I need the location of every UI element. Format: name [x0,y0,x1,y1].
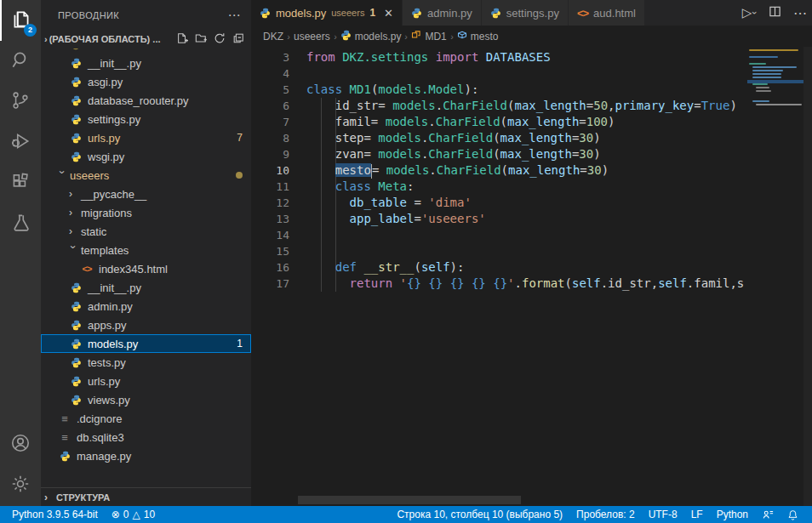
tree-item-label: __init__.py [88,281,141,294]
tree-item-asgi-py[interactable]: asgi.py [41,72,251,91]
source-control-activity-button[interactable] [0,82,41,122]
new-file-icon[interactable] [176,32,188,46]
modified-dot-badge [236,172,243,179]
horizontal-scrollbar[interactable] [298,496,521,504]
tab-settings-py[interactable]: settings.py [482,0,569,26]
tree-item--init-py[interactable]: __init__.py [41,54,251,72]
run-python-button[interactable]: ▷ › [742,5,757,20]
tree-item-manage-py[interactable]: manage.py [41,446,251,465]
tree-item-tests-py[interactable]: tests.py [41,353,251,372]
python-icon [69,48,83,50]
outline-section-header[interactable]: › СТРУКТУРА [41,487,251,506]
vscode-window: 2 [0,0,812,523]
code-text: class Meta: [306,179,414,195]
tree-item-wsgi-py[interactable]: wsgi.py [41,147,251,166]
sidebar-more-actions-icon[interactable]: ⋯ [228,8,241,23]
refresh-icon[interactable] [214,32,226,46]
tree-item-useeers[interactable]: ›useeers [41,166,251,185]
breadcrumb: DKZ›useeers›models.py›MD1›mesto [251,26,812,47]
python-icon [69,58,83,69]
split-editor-icon[interactable] [769,5,781,21]
tree-item-label: database_roouter.py [88,94,189,107]
explorer-badge: 2 [24,24,37,37]
tab-models-py[interactable]: models.pyuseeers1✕ [251,0,403,26]
line-number: 14 [251,227,289,243]
settings-gear-button[interactable] [0,465,41,506]
tree-item--init-py[interactable]: __init__.py [41,278,251,297]
tree-item-label: useeers [70,169,109,182]
explorer-activity-button[interactable]: 2 [0,0,41,41]
eol-status[interactable]: LF [686,506,708,523]
code-text: return '{} {} {} {} {}'.format(self.id_s… [306,276,744,292]
python-interpreter-status[interactable]: Python 3.9.5 64-bit [7,506,103,523]
tree-item-label: index345.html [99,263,168,276]
tab-admin-py[interactable]: admin.py [403,0,482,26]
breadcrumb-item-models-py[interactable]: models.py [340,30,402,43]
account-button[interactable] [0,424,41,465]
vertical-scrollbar[interactable] [803,47,812,506]
feedback-icon[interactable] [757,506,779,523]
tree-item-database-roouter-py[interactable]: database_roouter.py [41,91,251,110]
language-mode-status[interactable]: Python [712,506,753,523]
run-dropdown-chevron-icon[interactable]: › [750,11,760,14]
encoding-status[interactable]: UTF-8 [643,506,683,523]
chevron-down-icon: › [44,34,48,44]
tree-item-label: tests.py [88,356,126,369]
workspace-section-header[interactable]: › (РАБОЧАЯ ОБЛАСТЬ) ... [41,30,251,48]
html-icon: <> [577,7,588,20]
indentation-status[interactable]: Пробелов: 2 [571,506,640,523]
search-icon [9,48,31,74]
tree-item-migrations[interactable]: ›migrations [41,203,251,222]
field-symbol-icon [457,30,467,43]
collapse-folders-icon[interactable] [232,32,244,46]
chevron-right-icon: › [334,31,337,42]
debug-icon [9,130,31,156]
extensions-activity-button[interactable] [0,163,41,204]
minimap-line [756,104,802,105]
tree-item-templates[interactable]: ›templates [41,241,251,259]
code-text: def __str__(self): [306,259,464,276]
chevron-right-icon: › [44,492,54,503]
testing-activity-button[interactable] [0,204,41,245]
tree-item-static[interactable]: ›static [41,222,251,241]
tree-item-apps-py[interactable]: apps.py [41,316,251,334]
chevron-right-icon: › [287,31,290,42]
line-number: 5 [251,82,289,98]
problems-status[interactable]: ⊗ 0 △ 10 [106,506,160,523]
class-symbol-icon [411,30,421,43]
minimap-line [752,83,768,85]
cursor-position-status[interactable]: Строка 10, столбец 10 (выбрано 5) [392,506,568,523]
run-debug-activity-button[interactable] [0,122,41,163]
tree-item-db-sqlite3[interactable]: ≡db.sqlite3 [41,428,251,446]
code-editor[interactable]: 3from DKZ.settings import DATABASES45cla… [251,47,747,506]
bell-icon[interactable] [782,506,803,523]
tree-item--dcignore[interactable]: ≡.dcignore [41,409,251,428]
line-number: 10 [251,162,289,179]
tree-item-label: static [81,225,106,238]
activity-bar: 2 [0,0,41,506]
editor-actions: ▷ › ⋯ [742,0,807,26]
tree-item-label: migrations [81,207,132,219]
minimap[interactable] [747,47,803,506]
tree-item-settings-py[interactable]: settings.py [41,110,251,128]
breadcrumb-item-md1[interactable]: MD1 [411,30,446,43]
close-icon[interactable]: ✕ [384,7,393,20]
tree-item-admin-py[interactable]: admin.py [41,297,251,316]
python-icon [69,151,83,162]
breadcrumb-item-dkz[interactable]: DKZ [263,31,283,43]
tab-label: admin.py [427,7,472,20]
breadcrumb-item-mesto[interactable]: mesto [457,30,499,43]
tree-item-index345-html[interactable]: <>index345.html [41,259,251,278]
tree-item-urls-py[interactable]: urls.py [41,372,251,390]
tree-item-views-py[interactable]: views.py [41,390,251,409]
tree-item-urls-py[interactable]: urls.py7 [41,128,251,147]
tree-item--pycache-[interactable]: ›__pycache__ [41,185,251,203]
python-icon [69,376,83,387]
breadcrumb-item-useeers[interactable]: useeers [294,31,330,43]
editor-more-actions-icon[interactable]: ⋯ [793,5,807,21]
tree-item-models-py[interactable]: models.py1 [41,334,251,353]
new-folder-icon[interactable] [195,32,207,46]
tab-aud-html[interactable]: <>aud.html [569,0,645,26]
search-activity-button[interactable] [0,41,41,82]
line-number: 12 [251,195,289,211]
